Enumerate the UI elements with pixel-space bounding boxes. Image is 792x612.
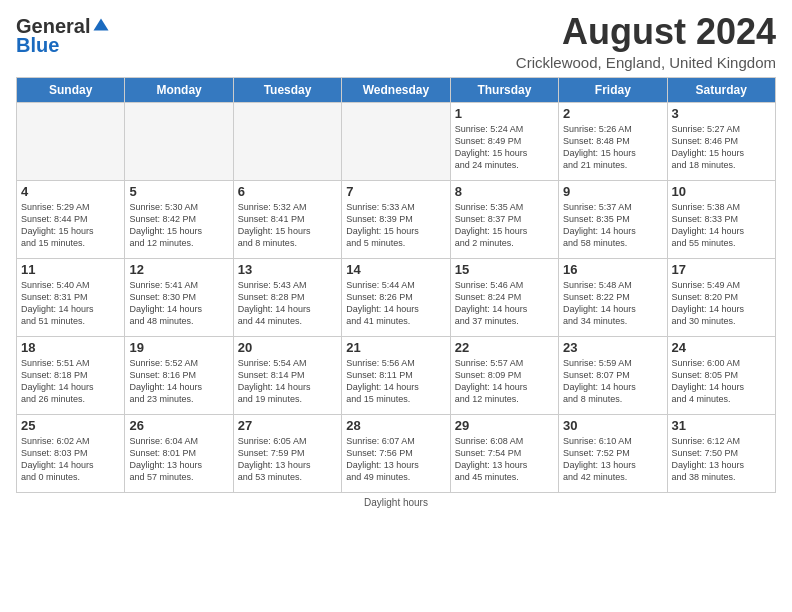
day-number: 2 [563,106,662,121]
calendar-header-cell: Sunday [17,77,125,102]
day-info: Sunrise: 5:59 AMSunset: 8:07 PMDaylight:… [563,357,662,406]
day-number: 16 [563,262,662,277]
day-number: 30 [563,418,662,433]
day-info: Sunrise: 6:12 AMSunset: 7:50 PMDaylight:… [672,435,771,484]
calendar-header-cell: Saturday [667,77,775,102]
day-info: Sunrise: 5:29 AMSunset: 8:44 PMDaylight:… [21,201,120,250]
calendar-week-row: 11Sunrise: 5:40 AMSunset: 8:31 PMDayligh… [17,258,776,336]
calendar-week-row: 18Sunrise: 5:51 AMSunset: 8:18 PMDayligh… [17,336,776,414]
month-title: August 2024 [516,12,776,52]
day-number: 25 [21,418,120,433]
day-number: 8 [455,184,554,199]
day-number: 21 [346,340,445,355]
calendar-cell: 17Sunrise: 5:49 AMSunset: 8:20 PMDayligh… [667,258,775,336]
day-info: Sunrise: 5:46 AMSunset: 8:24 PMDaylight:… [455,279,554,328]
calendar-cell: 23Sunrise: 5:59 AMSunset: 8:07 PMDayligh… [559,336,667,414]
calendar-cell: 20Sunrise: 5:54 AMSunset: 8:14 PMDayligh… [233,336,341,414]
day-number: 15 [455,262,554,277]
day-number: 22 [455,340,554,355]
day-number: 1 [455,106,554,121]
day-number: 13 [238,262,337,277]
day-info: Sunrise: 6:07 AMSunset: 7:56 PMDaylight:… [346,435,445,484]
day-info: Sunrise: 5:33 AMSunset: 8:39 PMDaylight:… [346,201,445,250]
calendar-cell: 4Sunrise: 5:29 AMSunset: 8:44 PMDaylight… [17,180,125,258]
calendar-cell: 16Sunrise: 5:48 AMSunset: 8:22 PMDayligh… [559,258,667,336]
day-info: Sunrise: 5:44 AMSunset: 8:26 PMDaylight:… [346,279,445,328]
day-info: Sunrise: 5:27 AMSunset: 8:46 PMDaylight:… [672,123,771,172]
day-info: Sunrise: 5:54 AMSunset: 8:14 PMDaylight:… [238,357,337,406]
day-info: Sunrise: 6:00 AMSunset: 8:05 PMDaylight:… [672,357,771,406]
calendar-header-cell: Wednesday [342,77,450,102]
calendar-cell: 25Sunrise: 6:02 AMSunset: 8:03 PMDayligh… [17,414,125,492]
calendar-cell: 26Sunrise: 6:04 AMSunset: 8:01 PMDayligh… [125,414,233,492]
title-block: August 2024 Cricklewood, England, United… [516,12,776,71]
day-number: 31 [672,418,771,433]
calendar-cell: 24Sunrise: 6:00 AMSunset: 8:05 PMDayligh… [667,336,775,414]
calendar-cell: 10Sunrise: 5:38 AMSunset: 8:33 PMDayligh… [667,180,775,258]
day-number: 26 [129,418,228,433]
calendar-cell: 3Sunrise: 5:27 AMSunset: 8:46 PMDaylight… [667,102,775,180]
day-info: Sunrise: 5:56 AMSunset: 8:11 PMDaylight:… [346,357,445,406]
calendar-cell: 7Sunrise: 5:33 AMSunset: 8:39 PMDaylight… [342,180,450,258]
logo-blue-text: Blue [16,34,59,57]
logo-icon [92,17,110,35]
calendar-header-cell: Thursday [450,77,558,102]
calendar-table: SundayMondayTuesdayWednesdayThursdayFrid… [16,77,776,493]
day-info: Sunrise: 5:48 AMSunset: 8:22 PMDaylight:… [563,279,662,328]
calendar-cell [17,102,125,180]
day-info: Sunrise: 5:40 AMSunset: 8:31 PMDaylight:… [21,279,120,328]
day-number: 7 [346,184,445,199]
day-number: 9 [563,184,662,199]
day-number: 17 [672,262,771,277]
day-info: Sunrise: 5:26 AMSunset: 8:48 PMDaylight:… [563,123,662,172]
day-info: Sunrise: 5:30 AMSunset: 8:42 PMDaylight:… [129,201,228,250]
logo-general-text: General [16,16,90,36]
day-info: Sunrise: 5:41 AMSunset: 8:30 PMDaylight:… [129,279,228,328]
day-number: 23 [563,340,662,355]
day-number: 18 [21,340,120,355]
location: Cricklewood, England, United Kingdom [516,54,776,71]
day-number: 10 [672,184,771,199]
calendar-header-cell: Tuesday [233,77,341,102]
calendar-cell: 19Sunrise: 5:52 AMSunset: 8:16 PMDayligh… [125,336,233,414]
calendar-cell [125,102,233,180]
calendar-cell: 22Sunrise: 5:57 AMSunset: 8:09 PMDayligh… [450,336,558,414]
logo: General Blue [16,16,110,57]
day-info: Sunrise: 5:35 AMSunset: 8:37 PMDaylight:… [455,201,554,250]
day-info: Sunrise: 5:32 AMSunset: 8:41 PMDaylight:… [238,201,337,250]
calendar-cell: 28Sunrise: 6:07 AMSunset: 7:56 PMDayligh… [342,414,450,492]
calendar-cell: 5Sunrise: 5:30 AMSunset: 8:42 PMDaylight… [125,180,233,258]
calendar-cell [233,102,341,180]
calendar-cell: 8Sunrise: 5:35 AMSunset: 8:37 PMDaylight… [450,180,558,258]
day-number: 29 [455,418,554,433]
calendar-cell: 11Sunrise: 5:40 AMSunset: 8:31 PMDayligh… [17,258,125,336]
day-info: Sunrise: 5:49 AMSunset: 8:20 PMDaylight:… [672,279,771,328]
calendar-week-row: 1Sunrise: 5:24 AMSunset: 8:49 PMDaylight… [17,102,776,180]
calendar-cell: 27Sunrise: 6:05 AMSunset: 7:59 PMDayligh… [233,414,341,492]
day-info: Sunrise: 5:38 AMSunset: 8:33 PMDaylight:… [672,201,771,250]
calendar-cell: 21Sunrise: 5:56 AMSunset: 8:11 PMDayligh… [342,336,450,414]
day-info: Sunrise: 6:05 AMSunset: 7:59 PMDaylight:… [238,435,337,484]
calendar-cell: 14Sunrise: 5:44 AMSunset: 8:26 PMDayligh… [342,258,450,336]
day-number: 24 [672,340,771,355]
day-number: 27 [238,418,337,433]
day-number: 12 [129,262,228,277]
day-number: 3 [672,106,771,121]
day-info: Sunrise: 6:04 AMSunset: 8:01 PMDaylight:… [129,435,228,484]
calendar-cell: 9Sunrise: 5:37 AMSunset: 8:35 PMDaylight… [559,180,667,258]
calendar-cell: 30Sunrise: 6:10 AMSunset: 7:52 PMDayligh… [559,414,667,492]
calendar-cell [342,102,450,180]
calendar-header-cell: Friday [559,77,667,102]
calendar-cell: 12Sunrise: 5:41 AMSunset: 8:30 PMDayligh… [125,258,233,336]
header: General Blue August 2024 Cricklewood, En… [16,12,776,71]
day-info: Sunrise: 5:57 AMSunset: 8:09 PMDaylight:… [455,357,554,406]
day-info: Sunrise: 5:43 AMSunset: 8:28 PMDaylight:… [238,279,337,328]
day-number: 6 [238,184,337,199]
day-info: Sunrise: 6:08 AMSunset: 7:54 PMDaylight:… [455,435,554,484]
calendar-cell: 6Sunrise: 5:32 AMSunset: 8:41 PMDaylight… [233,180,341,258]
svg-marker-0 [94,19,109,31]
day-info: Sunrise: 5:24 AMSunset: 8:49 PMDaylight:… [455,123,554,172]
calendar-cell: 2Sunrise: 5:26 AMSunset: 8:48 PMDaylight… [559,102,667,180]
day-number: 19 [129,340,228,355]
calendar-header-row: SundayMondayTuesdayWednesdayThursdayFrid… [17,77,776,102]
